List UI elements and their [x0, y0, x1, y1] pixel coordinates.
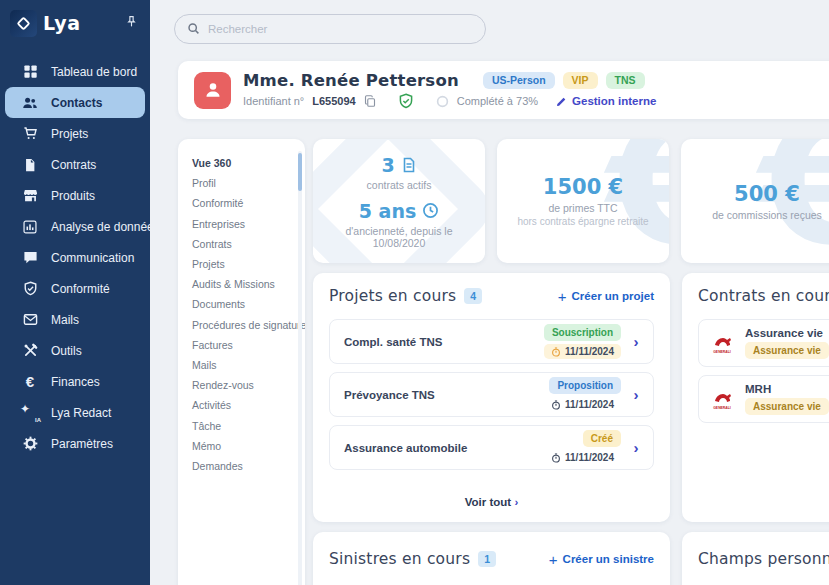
contract-row[interactable]: GENERALI Assurance vie Assurance vie [698, 319, 829, 367]
sidebar-item-label: Mails [51, 313, 79, 327]
envelope-icon [22, 312, 38, 328]
see-all-projects-link[interactable]: Voir tout [313, 496, 670, 508]
sidebar-item-label: Communication [51, 251, 134, 265]
sidebar-item-label: Paramètres [51, 437, 113, 451]
sidebar-item-outils[interactable]: Outils [5, 335, 145, 366]
gear-icon [22, 436, 38, 452]
contact-name: Mme. Renée Petterson [243, 71, 459, 90]
svg-text:GENERALI: GENERALI [713, 406, 731, 410]
subnav-item-procedures-signature[interactable]: Procédures de signature [192, 315, 305, 335]
lya-diamond-logo-icon [10, 10, 37, 37]
project-row[interactable]: Compl. santé TNS Souscription 11/11/2024 [329, 319, 654, 364]
clock-icon [422, 202, 439, 219]
stat-card-commissions: 500 € de commissions reçues [681, 139, 829, 263]
subnav-item-factures[interactable]: Factures [192, 335, 305, 355]
claims-card: Sinistres en cours 1 Créer un sinistre [313, 532, 670, 585]
subnav-item-rendez-vous[interactable]: Rendez-vous [192, 375, 305, 395]
sidebar-item-contrats[interactable]: Contrats [5, 149, 145, 180]
subnav-item-profil[interactable]: Profil [192, 173, 305, 193]
subnav-item-documents[interactable]: Documents [192, 294, 305, 314]
badge-vip: VIP [563, 72, 598, 89]
subnav-scrollbar-track[interactable] [298, 151, 302, 585]
chevron-right-icon [629, 386, 643, 404]
stat-commissions-label: de commissions reçues [712, 209, 822, 221]
sidebar-item-conformite[interactable]: Conformité [5, 273, 145, 304]
subnav-item-contrats[interactable]: Contrats [192, 234, 305, 254]
contacts-people-icon [22, 95, 38, 111]
document-icon [22, 157, 38, 173]
sidebar-item-projets[interactable]: Projets [5, 118, 145, 149]
subnav-item-demandes[interactable]: Demandes [192, 456, 305, 476]
project-row[interactable]: Assurance automobile Créé 11/11/2024 [329, 425, 654, 470]
subnav-item-projets[interactable]: Projets [192, 254, 305, 274]
sidebar-item-tableau-de-bord[interactable]: Tableau de bord [5, 56, 145, 87]
stat-seniority-value: 5 ans [359, 200, 417, 222]
compliance-shield-check-icon[interactable] [398, 93, 414, 109]
subnav-item-mails[interactable]: Mails [192, 355, 305, 375]
subnav-item-vue-360[interactable]: Vue 360 [192, 153, 305, 173]
subnav-item-activites[interactable]: Activités [192, 395, 305, 415]
internal-management-link[interactable]: Gestion interne [556, 95, 656, 107]
chevron-right-icon [629, 439, 643, 457]
subnav-item-memo[interactable]: Mémo [192, 436, 305, 456]
search-input[interactable] [208, 23, 473, 35]
bar-chart-icon [22, 219, 38, 235]
project-date: 11/11/2024 [544, 397, 621, 412]
logo-row: Lya [0, 0, 150, 46]
pencil-icon [556, 96, 567, 107]
contract-category-badge: Assurance vie [745, 398, 829, 415]
stopwatch-icon [551, 453, 561, 463]
sidebar-item-contacts[interactable]: Contacts [5, 87, 145, 118]
status-badge: Créé [583, 430, 621, 447]
ai-sparkle-icon [22, 405, 38, 421]
content-scroll-area: Mme. Renée Petterson US-Person VIP TNS I… [150, 57, 829, 585]
sidebar-item-finances[interactable]: Finances [5, 366, 145, 397]
sidebar-item-label: Conformité [51, 282, 110, 296]
global-search[interactable] [174, 14, 486, 44]
contact-header-card: Mme. Renée Petterson US-Person VIP TNS I… [178, 61, 829, 119]
create-claim-button[interactable]: Créer un sinistre [549, 552, 654, 567]
stat-commissions-value: 500 € [734, 182, 800, 206]
shield-check-icon [22, 281, 38, 297]
sidebar-item-parametres[interactable]: Paramètres [5, 428, 145, 459]
main-area: Mme. Renée Petterson US-Person VIP TNS I… [150, 0, 829, 585]
identifier-value: L655094 [312, 95, 355, 107]
project-row[interactable]: Prévoyance TNS Proposition 11/11/2024 [329, 372, 654, 417]
completion-circle-icon [436, 95, 449, 108]
sidebar-item-produits[interactable]: Produits [5, 180, 145, 211]
subnav-item-tache[interactable]: Tâche [192, 415, 305, 435]
subnav-item-entreprises[interactable]: Entreprises [192, 214, 305, 234]
stats-row: 3 contrats actifs 5 ans d'ancienneté, de… [313, 139, 829, 263]
status-badge: Souscription [544, 324, 621, 341]
subnav-scrollbar-thumb[interactable] [298, 153, 302, 191]
sidebar-item-communication[interactable]: Communication [5, 242, 145, 273]
create-project-button[interactable]: Créer un projet [558, 289, 654, 304]
cart-icon [22, 126, 38, 142]
sidebar-item-mails[interactable]: Mails [5, 304, 145, 335]
pin-sidebar-icon[interactable] [125, 14, 138, 32]
contract-category-badge: Assurance vie [745, 342, 829, 359]
subnav-item-conformite[interactable]: Conformité [192, 193, 305, 213]
chevron-right-icon [629, 333, 643, 351]
stat-card-contrats: 3 contrats actifs 5 ans d'ancienneté, de… [313, 139, 485, 263]
copy-icon[interactable] [364, 95, 376, 107]
sidebar-item-label: Projets [51, 127, 88, 141]
app-window: Lya Tableau de bord Contacts Projets Con… [0, 0, 829, 585]
sidebar-item-lya-redact[interactable]: Lya Redact [5, 397, 145, 428]
document-icon [401, 157, 417, 173]
avatar [194, 72, 231, 109]
sidebar-item-label: Finances [51, 375, 100, 389]
topbar [150, 0, 829, 57]
contract-row[interactable]: GENERALI MRH Assurance vie [698, 375, 829, 423]
sidebar-item-label: Outils [51, 344, 82, 358]
generali-logo: GENERALI [709, 386, 735, 412]
subnav-item-audits-missions[interactable]: Audits & Missions [192, 274, 305, 294]
sidebar-item-analyse-de-donnees[interactable]: Analyse de données [5, 211, 145, 242]
contracts-card-title: Contrats en cours [698, 287, 829, 305]
stat-premiums-value: 1500 € [543, 175, 623, 199]
sidebar-item-label: Lya Redact [51, 406, 111, 420]
contact-subnav: Vue 360 Profil Conformité Entreprises Co… [178, 139, 305, 585]
completion-text: Complété à 73% [457, 95, 538, 107]
stat-seniority-label: d'ancienneté, depuis le 10/08/2020 [329, 225, 469, 249]
projects-count-badge: 4 [464, 288, 482, 305]
